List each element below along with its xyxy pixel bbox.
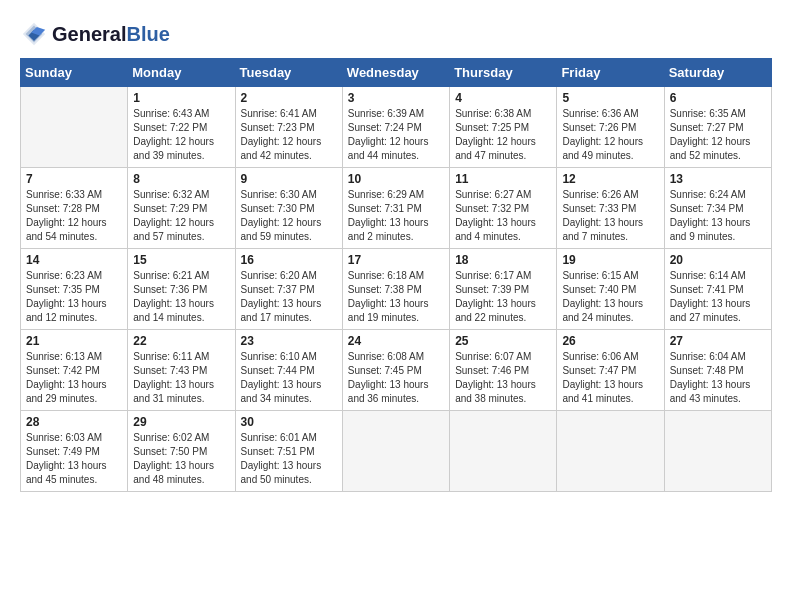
calendar-week-2: 7Sunrise: 6:33 AMSunset: 7:28 PMDaylight…: [21, 168, 772, 249]
day-header-friday: Friday: [557, 59, 664, 87]
page-header: GeneralBlue: [20, 20, 772, 48]
sunrise-text: Sunrise: 6:02 AM: [133, 431, 229, 445]
cell-info: Sunrise: 6:38 AMSunset: 7:25 PMDaylight:…: [455, 107, 551, 163]
daylight-text: Daylight: 13 hours and 22 minutes.: [455, 297, 551, 325]
sunrise-text: Sunrise: 6:18 AM: [348, 269, 444, 283]
sunrise-text: Sunrise: 6:13 AM: [26, 350, 122, 364]
calendar-cell: 20Sunrise: 6:14 AMSunset: 7:41 PMDayligh…: [664, 249, 771, 330]
day-number: 22: [133, 334, 229, 348]
daylight-text: Daylight: 13 hours and 48 minutes.: [133, 459, 229, 487]
day-number: 18: [455, 253, 551, 267]
cell-info: Sunrise: 6:32 AMSunset: 7:29 PMDaylight:…: [133, 188, 229, 244]
sunset-text: Sunset: 7:46 PM: [455, 364, 551, 378]
sunrise-text: Sunrise: 6:36 AM: [562, 107, 658, 121]
daylight-text: Daylight: 13 hours and 38 minutes.: [455, 378, 551, 406]
calendar-cell: 7Sunrise: 6:33 AMSunset: 7:28 PMDaylight…: [21, 168, 128, 249]
sunset-text: Sunset: 7:31 PM: [348, 202, 444, 216]
sunset-text: Sunset: 7:51 PM: [241, 445, 337, 459]
cell-info: Sunrise: 6:18 AMSunset: 7:38 PMDaylight:…: [348, 269, 444, 325]
sunrise-text: Sunrise: 6:35 AM: [670, 107, 766, 121]
day-number: 7: [26, 172, 122, 186]
day-number: 10: [348, 172, 444, 186]
sunset-text: Sunset: 7:45 PM: [348, 364, 444, 378]
day-number: 26: [562, 334, 658, 348]
daylight-text: Daylight: 13 hours and 36 minutes.: [348, 378, 444, 406]
daylight-text: Daylight: 13 hours and 4 minutes.: [455, 216, 551, 244]
daylight-text: Daylight: 13 hours and 45 minutes.: [26, 459, 122, 487]
sunset-text: Sunset: 7:24 PM: [348, 121, 444, 135]
sunrise-text: Sunrise: 6:33 AM: [26, 188, 122, 202]
cell-info: Sunrise: 6:21 AMSunset: 7:36 PMDaylight:…: [133, 269, 229, 325]
calendar-cell: 13Sunrise: 6:24 AMSunset: 7:34 PMDayligh…: [664, 168, 771, 249]
calendar-cell: 10Sunrise: 6:29 AMSunset: 7:31 PMDayligh…: [342, 168, 449, 249]
daylight-text: Daylight: 13 hours and 9 minutes.: [670, 216, 766, 244]
sunrise-text: Sunrise: 6:32 AM: [133, 188, 229, 202]
day-number: 6: [670, 91, 766, 105]
cell-info: Sunrise: 6:27 AMSunset: 7:32 PMDaylight:…: [455, 188, 551, 244]
sunrise-text: Sunrise: 6:04 AM: [670, 350, 766, 364]
cell-info: Sunrise: 6:36 AMSunset: 7:26 PMDaylight:…: [562, 107, 658, 163]
sunrise-text: Sunrise: 6:29 AM: [348, 188, 444, 202]
sunrise-text: Sunrise: 6:26 AM: [562, 188, 658, 202]
calendar-cell: [557, 411, 664, 492]
cell-info: Sunrise: 6:10 AMSunset: 7:44 PMDaylight:…: [241, 350, 337, 406]
sunset-text: Sunset: 7:38 PM: [348, 283, 444, 297]
calendar-week-5: 28Sunrise: 6:03 AMSunset: 7:49 PMDayligh…: [21, 411, 772, 492]
sunset-text: Sunset: 7:43 PM: [133, 364, 229, 378]
day-number: 20: [670, 253, 766, 267]
logo-text: GeneralBlue: [52, 23, 170, 46]
calendar-cell: [450, 411, 557, 492]
daylight-text: Daylight: 12 hours and 42 minutes.: [241, 135, 337, 163]
day-header-monday: Monday: [128, 59, 235, 87]
daylight-text: Daylight: 13 hours and 7 minutes.: [562, 216, 658, 244]
sunset-text: Sunset: 7:22 PM: [133, 121, 229, 135]
sunset-text: Sunset: 7:40 PM: [562, 283, 658, 297]
day-number: 19: [562, 253, 658, 267]
calendar-cell: 27Sunrise: 6:04 AMSunset: 7:48 PMDayligh…: [664, 330, 771, 411]
day-number: 13: [670, 172, 766, 186]
day-number: 23: [241, 334, 337, 348]
sunrise-text: Sunrise: 6:01 AM: [241, 431, 337, 445]
sunset-text: Sunset: 7:49 PM: [26, 445, 122, 459]
daylight-text: Daylight: 12 hours and 47 minutes.: [455, 135, 551, 163]
sunset-text: Sunset: 7:28 PM: [26, 202, 122, 216]
calendar-cell: 28Sunrise: 6:03 AMSunset: 7:49 PMDayligh…: [21, 411, 128, 492]
calendar-cell: 1Sunrise: 6:43 AMSunset: 7:22 PMDaylight…: [128, 87, 235, 168]
sunrise-text: Sunrise: 6:41 AM: [241, 107, 337, 121]
sunrise-text: Sunrise: 6:08 AM: [348, 350, 444, 364]
sunset-text: Sunset: 7:25 PM: [455, 121, 551, 135]
sunrise-text: Sunrise: 6:07 AM: [455, 350, 551, 364]
cell-info: Sunrise: 6:17 AMSunset: 7:39 PMDaylight:…: [455, 269, 551, 325]
cell-info: Sunrise: 6:33 AMSunset: 7:28 PMDaylight:…: [26, 188, 122, 244]
daylight-text: Daylight: 13 hours and 14 minutes.: [133, 297, 229, 325]
sunset-text: Sunset: 7:32 PM: [455, 202, 551, 216]
calendar-cell: 14Sunrise: 6:23 AMSunset: 7:35 PMDayligh…: [21, 249, 128, 330]
day-number: 5: [562, 91, 658, 105]
sunset-text: Sunset: 7:48 PM: [670, 364, 766, 378]
sunset-text: Sunset: 7:50 PM: [133, 445, 229, 459]
sunrise-text: Sunrise: 6:11 AM: [133, 350, 229, 364]
calendar-header-row: SundayMondayTuesdayWednesdayThursdayFrid…: [21, 59, 772, 87]
day-header-wednesday: Wednesday: [342, 59, 449, 87]
sunrise-text: Sunrise: 6:27 AM: [455, 188, 551, 202]
sunrise-text: Sunrise: 6:06 AM: [562, 350, 658, 364]
daylight-text: Daylight: 13 hours and 29 minutes.: [26, 378, 122, 406]
daylight-text: Daylight: 12 hours and 54 minutes.: [26, 216, 122, 244]
calendar-cell: 21Sunrise: 6:13 AMSunset: 7:42 PMDayligh…: [21, 330, 128, 411]
calendar-cell: [21, 87, 128, 168]
sunset-text: Sunset: 7:44 PM: [241, 364, 337, 378]
logo-icon: [20, 20, 48, 48]
calendar-cell: 12Sunrise: 6:26 AMSunset: 7:33 PMDayligh…: [557, 168, 664, 249]
daylight-text: Daylight: 13 hours and 12 minutes.: [26, 297, 122, 325]
cell-info: Sunrise: 6:43 AMSunset: 7:22 PMDaylight:…: [133, 107, 229, 163]
calendar-cell: 19Sunrise: 6:15 AMSunset: 7:40 PMDayligh…: [557, 249, 664, 330]
day-number: 21: [26, 334, 122, 348]
calendar-cell: 23Sunrise: 6:10 AMSunset: 7:44 PMDayligh…: [235, 330, 342, 411]
day-number: 2: [241, 91, 337, 105]
sunset-text: Sunset: 7:41 PM: [670, 283, 766, 297]
sunset-text: Sunset: 7:34 PM: [670, 202, 766, 216]
cell-info: Sunrise: 6:26 AMSunset: 7:33 PMDaylight:…: [562, 188, 658, 244]
sunset-text: Sunset: 7:30 PM: [241, 202, 337, 216]
calendar-cell: 29Sunrise: 6:02 AMSunset: 7:50 PMDayligh…: [128, 411, 235, 492]
daylight-text: Daylight: 13 hours and 31 minutes.: [133, 378, 229, 406]
